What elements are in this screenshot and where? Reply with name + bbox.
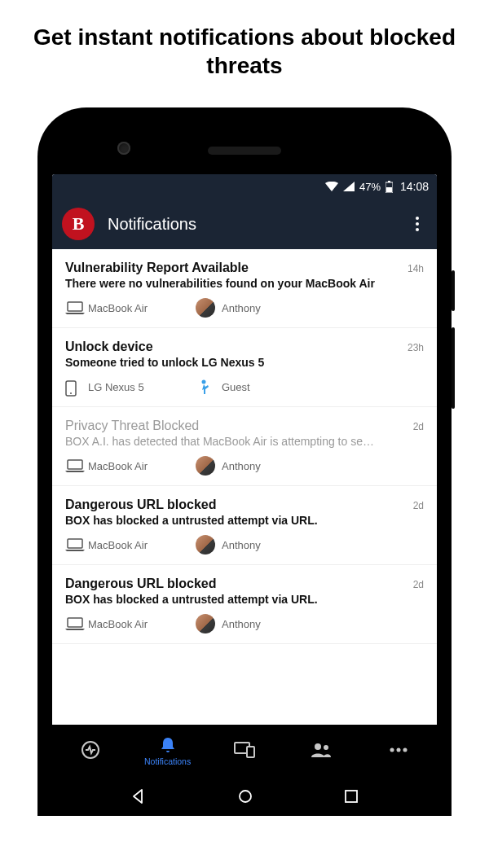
app-header: B Notifications — [52, 199, 437, 249]
svg-rect-6 — [68, 302, 82, 311]
notification-title: Dangerous URL blocked — [65, 498, 217, 512]
svg-point-17 — [324, 745, 328, 750]
svg-rect-12 — [68, 618, 82, 627]
overflow-menu-button[interactable] — [408, 217, 427, 231]
user-avatar — [196, 298, 215, 318]
android-home-button[interactable] — [237, 788, 253, 804]
notification-time: 2d — [413, 421, 424, 432]
svg-rect-11 — [68, 539, 82, 548]
notification-time: 23h — [408, 342, 424, 353]
user-name: Anthony — [222, 460, 261, 472]
battery-icon — [385, 181, 393, 193]
notification-meta: MacBook AirAnthony — [65, 614, 424, 633]
android-back-button[interactable] — [130, 788, 147, 804]
more-icon — [390, 747, 408, 752]
notification-item[interactable]: Dangerous URL blocked2dBOX has blocked a… — [52, 486, 437, 565]
svg-point-19 — [396, 748, 400, 752]
notification-meta: MacBook AirAnthony — [65, 456, 424, 476]
phone-bezel-top — [52, 122, 437, 174]
notification-body: BOX has blocked a untrusted attempt via … — [65, 514, 424, 527]
svg-point-4 — [416, 222, 419, 226]
notification-body: Someone tried to unlock LG Nexus 5 — [65, 356, 424, 369]
device-name: MacBook Air — [88, 539, 148, 551]
notification-time: 14h — [408, 263, 424, 274]
svg-point-5 — [416, 228, 419, 231]
notification-title: Unlock device — [65, 340, 153, 354]
user-avatar — [196, 614, 215, 633]
clock: 14:08 — [400, 180, 429, 193]
phone-camera — [117, 142, 130, 155]
svg-point-21 — [240, 791, 251, 802]
user-name: Anthony — [222, 539, 261, 551]
device-name: MacBook Air — [88, 460, 148, 472]
notification-body: BOX A.I. has detected that MacBook Air i… — [65, 435, 424, 448]
svg-rect-1 — [388, 181, 390, 182]
notification-item[interactable]: Dangerous URL blocked2dBOX has blocked a… — [52, 565, 437, 644]
notification-meta: LG Nexus 5Guest — [65, 377, 424, 397]
phone-screen: 47% 14:08 B Notifications Vulnerability … — [52, 174, 437, 816]
user-name: Guest — [222, 381, 250, 393]
svg-rect-22 — [346, 791, 357, 802]
tab-activity[interactable] — [52, 740, 129, 761]
svg-point-8 — [70, 392, 72, 394]
phone-speaker — [208, 147, 281, 155]
notification-title: Privacy Threat Blocked — [65, 419, 199, 433]
user-name: Anthony — [222, 618, 261, 630]
android-recents-button[interactable] — [344, 789, 359, 804]
bell-icon — [158, 735, 178, 755]
notification-item[interactable]: Unlock device23hSomeone tried to unlock … — [52, 328, 437, 407]
battery-percentage: 47% — [359, 181, 381, 193]
notification-item[interactable]: Vulnerability Report Available14hThere w… — [52, 249, 437, 328]
notification-item[interactable]: Privacy Threat Blocked2dBOX A.I. has det… — [52, 407, 437, 486]
svg-rect-10 — [68, 460, 82, 469]
device-name: MacBook Air — [88, 618, 148, 630]
bottom-tab-bar: Notifications — [52, 725, 437, 777]
phone-frame: 47% 14:08 B Notifications Vulnerability … — [37, 107, 452, 816]
svg-point-16 — [315, 743, 321, 750]
android-nav-bar — [52, 777, 437, 816]
notification-meta: MacBook AirAnthony — [65, 298, 424, 318]
phone-side-button — [452, 327, 455, 409]
user-avatar — [196, 456, 215, 476]
user-name: Anthony — [222, 302, 261, 314]
notification-meta: MacBook AirAnthony — [65, 535, 424, 555]
laptop-icon — [65, 459, 82, 472]
device-name: MacBook Air — [88, 302, 148, 314]
user-avatar — [196, 535, 215, 555]
status-bar: 47% 14:08 — [52, 174, 437, 199]
tab-label: Notifications — [144, 756, 191, 766]
notification-list[interactable]: Vulnerability Report Available14hThere w… — [52, 249, 437, 725]
guest-icon — [196, 377, 215, 397]
laptop-icon — [65, 538, 82, 551]
phone-side-button — [452, 270, 455, 311]
tab-more[interactable] — [360, 747, 437, 754]
app-logo[interactable]: B — [62, 208, 95, 240]
svg-rect-2 — [386, 187, 392, 192]
svg-rect-15 — [247, 747, 254, 757]
svg-point-3 — [416, 217, 419, 220]
svg-point-18 — [390, 748, 394, 752]
devices-icon — [234, 742, 255, 758]
tab-users[interactable] — [283, 743, 359, 759]
kebab-icon — [416, 217, 419, 231]
users-icon — [311, 743, 332, 757]
tab-notifications[interactable]: Notifications — [129, 735, 205, 766]
notification-body: There were no vulnerabilities found on y… — [65, 277, 424, 290]
phone-icon — [65, 380, 82, 393]
notification-body: BOX has blocked a untrusted attempt via … — [65, 593, 424, 606]
activity-icon — [81, 740, 100, 760]
notification-time: 2d — [413, 500, 424, 511]
notification-title: Vulnerability Report Available — [65, 261, 249, 275]
wifi-icon — [325, 182, 338, 191]
device-name: LG Nexus 5 — [88, 381, 144, 393]
notification-title: Dangerous URL blocked — [65, 576, 217, 591]
page-title: Notifications — [108, 215, 394, 234]
notification-time: 2d — [413, 579, 424, 590]
cell-signal-icon — [343, 182, 355, 191]
tab-devices[interactable] — [206, 742, 283, 760]
svg-point-20 — [403, 748, 407, 752]
laptop-icon — [65, 617, 82, 630]
marketing-headline: Get instant notifications about blocked … — [0, 0, 489, 88]
svg-point-9 — [202, 380, 206, 384]
laptop-icon — [65, 301, 82, 314]
